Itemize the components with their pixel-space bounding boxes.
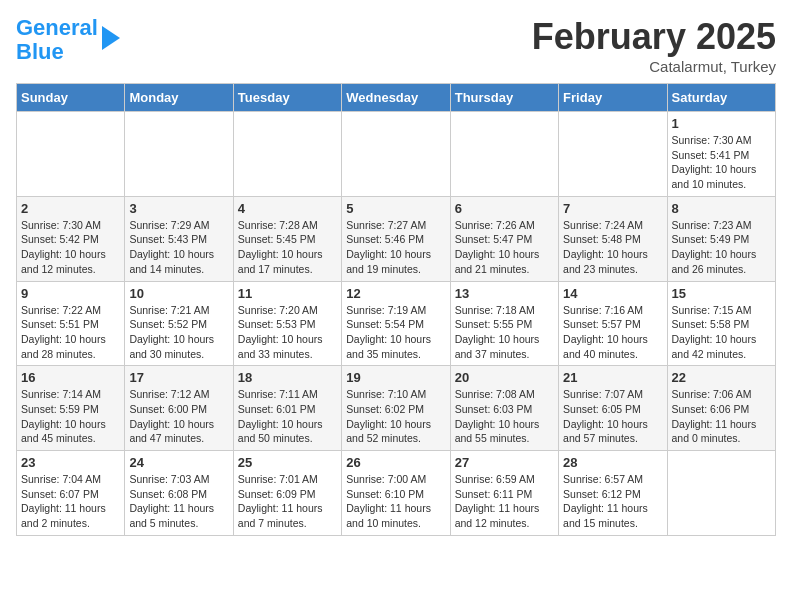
logo-arrow-icon <box>102 26 120 50</box>
day-info: Sunrise: 7:04 AM Sunset: 6:07 PM Dayligh… <box>21 472 120 531</box>
day-info: Sunrise: 7:06 AM Sunset: 6:06 PM Dayligh… <box>672 387 771 446</box>
calendar-cell <box>667 451 775 536</box>
calendar-cell: 6Sunrise: 7:26 AM Sunset: 5:47 PM Daylig… <box>450 196 558 281</box>
day-info: Sunrise: 7:18 AM Sunset: 5:55 PM Dayligh… <box>455 303 554 362</box>
calendar-cell: 12Sunrise: 7:19 AM Sunset: 5:54 PM Dayli… <box>342 281 450 366</box>
calendar-cell: 1Sunrise: 7:30 AM Sunset: 5:41 PM Daylig… <box>667 112 775 197</box>
calendar-cell: 15Sunrise: 7:15 AM Sunset: 5:58 PM Dayli… <box>667 281 775 366</box>
day-number: 1 <box>672 116 771 131</box>
calendar-cell: 7Sunrise: 7:24 AM Sunset: 5:48 PM Daylig… <box>559 196 667 281</box>
calendar-cell <box>342 112 450 197</box>
day-number: 23 <box>21 455 120 470</box>
day-number: 22 <box>672 370 771 385</box>
day-number: 4 <box>238 201 337 216</box>
calendar-cell: 9Sunrise: 7:22 AM Sunset: 5:51 PM Daylig… <box>17 281 125 366</box>
day-number: 24 <box>129 455 228 470</box>
day-number: 28 <box>563 455 662 470</box>
day-header-sunday: Sunday <box>17 84 125 112</box>
day-number: 8 <box>672 201 771 216</box>
day-number: 19 <box>346 370 445 385</box>
day-number: 5 <box>346 201 445 216</box>
week-row-5: 23Sunrise: 7:04 AM Sunset: 6:07 PM Dayli… <box>17 451 776 536</box>
calendar-cell: 10Sunrise: 7:21 AM Sunset: 5:52 PM Dayli… <box>125 281 233 366</box>
day-info: Sunrise: 7:20 AM Sunset: 5:53 PM Dayligh… <box>238 303 337 362</box>
calendar-cell: 3Sunrise: 7:29 AM Sunset: 5:43 PM Daylig… <box>125 196 233 281</box>
day-number: 25 <box>238 455 337 470</box>
calendar-cell: 11Sunrise: 7:20 AM Sunset: 5:53 PM Dayli… <box>233 281 341 366</box>
calendar-cell: 19Sunrise: 7:10 AM Sunset: 6:02 PM Dayli… <box>342 366 450 451</box>
day-number: 7 <box>563 201 662 216</box>
day-header-monday: Monday <box>125 84 233 112</box>
header-row: SundayMondayTuesdayWednesdayThursdayFrid… <box>17 84 776 112</box>
calendar-cell: 17Sunrise: 7:12 AM Sunset: 6:00 PM Dayli… <box>125 366 233 451</box>
day-info: Sunrise: 7:12 AM Sunset: 6:00 PM Dayligh… <box>129 387 228 446</box>
location-subtitle: Catalarmut, Turkey <box>532 58 776 75</box>
calendar-cell: 27Sunrise: 6:59 AM Sunset: 6:11 PM Dayli… <box>450 451 558 536</box>
day-info: Sunrise: 7:19 AM Sunset: 5:54 PM Dayligh… <box>346 303 445 362</box>
day-info: Sunrise: 7:07 AM Sunset: 6:05 PM Dayligh… <box>563 387 662 446</box>
day-info: Sunrise: 7:24 AM Sunset: 5:48 PM Dayligh… <box>563 218 662 277</box>
day-number: 6 <box>455 201 554 216</box>
day-number: 18 <box>238 370 337 385</box>
calendar-cell: 25Sunrise: 7:01 AM Sunset: 6:09 PM Dayli… <box>233 451 341 536</box>
week-row-2: 2Sunrise: 7:30 AM Sunset: 5:42 PM Daylig… <box>17 196 776 281</box>
day-info: Sunrise: 7:15 AM Sunset: 5:58 PM Dayligh… <box>672 303 771 362</box>
calendar-cell <box>450 112 558 197</box>
day-info: Sunrise: 7:10 AM Sunset: 6:02 PM Dayligh… <box>346 387 445 446</box>
day-info: Sunrise: 7:23 AM Sunset: 5:49 PM Dayligh… <box>672 218 771 277</box>
calendar-cell: 2Sunrise: 7:30 AM Sunset: 5:42 PM Daylig… <box>17 196 125 281</box>
day-info: Sunrise: 7:29 AM Sunset: 5:43 PM Dayligh… <box>129 218 228 277</box>
day-number: 11 <box>238 286 337 301</box>
day-number: 2 <box>21 201 120 216</box>
day-info: Sunrise: 7:26 AM Sunset: 5:47 PM Dayligh… <box>455 218 554 277</box>
day-number: 12 <box>346 286 445 301</box>
logo: GeneralBlue <box>16 16 120 64</box>
calendar-cell <box>233 112 341 197</box>
day-info: Sunrise: 7:08 AM Sunset: 6:03 PM Dayligh… <box>455 387 554 446</box>
calendar-cell: 8Sunrise: 7:23 AM Sunset: 5:49 PM Daylig… <box>667 196 775 281</box>
calendar-cell: 13Sunrise: 7:18 AM Sunset: 5:55 PM Dayli… <box>450 281 558 366</box>
day-info: Sunrise: 7:30 AM Sunset: 5:41 PM Dayligh… <box>672 133 771 192</box>
calendar-cell: 23Sunrise: 7:04 AM Sunset: 6:07 PM Dayli… <box>17 451 125 536</box>
logo-text: GeneralBlue <box>16 16 98 64</box>
day-info: Sunrise: 7:03 AM Sunset: 6:08 PM Dayligh… <box>129 472 228 531</box>
day-header-wednesday: Wednesday <box>342 84 450 112</box>
calendar-cell: 26Sunrise: 7:00 AM Sunset: 6:10 PM Dayli… <box>342 451 450 536</box>
calendar-cell: 4Sunrise: 7:28 AM Sunset: 5:45 PM Daylig… <box>233 196 341 281</box>
day-number: 20 <box>455 370 554 385</box>
day-info: Sunrise: 7:27 AM Sunset: 5:46 PM Dayligh… <box>346 218 445 277</box>
calendar-cell: 28Sunrise: 6:57 AM Sunset: 6:12 PM Dayli… <box>559 451 667 536</box>
page-header: GeneralBlue February 2025 Catalarmut, Tu… <box>16 16 776 75</box>
calendar-table: SundayMondayTuesdayWednesdayThursdayFrid… <box>16 83 776 536</box>
day-info: Sunrise: 6:57 AM Sunset: 6:12 PM Dayligh… <box>563 472 662 531</box>
calendar-cell: 22Sunrise: 7:06 AM Sunset: 6:06 PM Dayli… <box>667 366 775 451</box>
week-row-1: 1Sunrise: 7:30 AM Sunset: 5:41 PM Daylig… <box>17 112 776 197</box>
day-number: 17 <box>129 370 228 385</box>
day-header-tuesday: Tuesday <box>233 84 341 112</box>
day-number: 26 <box>346 455 445 470</box>
calendar-cell: 20Sunrise: 7:08 AM Sunset: 6:03 PM Dayli… <box>450 366 558 451</box>
calendar-cell: 16Sunrise: 7:14 AM Sunset: 5:59 PM Dayli… <box>17 366 125 451</box>
day-info: Sunrise: 7:28 AM Sunset: 5:45 PM Dayligh… <box>238 218 337 277</box>
calendar-cell: 14Sunrise: 7:16 AM Sunset: 5:57 PM Dayli… <box>559 281 667 366</box>
calendar-cell <box>559 112 667 197</box>
calendar-cell: 18Sunrise: 7:11 AM Sunset: 6:01 PM Dayli… <box>233 366 341 451</box>
day-info: Sunrise: 7:16 AM Sunset: 5:57 PM Dayligh… <box>563 303 662 362</box>
day-info: Sunrise: 7:21 AM Sunset: 5:52 PM Dayligh… <box>129 303 228 362</box>
calendar-cell: 5Sunrise: 7:27 AM Sunset: 5:46 PM Daylig… <box>342 196 450 281</box>
day-number: 10 <box>129 286 228 301</box>
day-number: 9 <box>21 286 120 301</box>
calendar-cell <box>17 112 125 197</box>
day-header-friday: Friday <box>559 84 667 112</box>
day-number: 14 <box>563 286 662 301</box>
day-info: Sunrise: 7:11 AM Sunset: 6:01 PM Dayligh… <box>238 387 337 446</box>
day-number: 21 <box>563 370 662 385</box>
day-info: Sunrise: 7:01 AM Sunset: 6:09 PM Dayligh… <box>238 472 337 531</box>
day-info: Sunrise: 6:59 AM Sunset: 6:11 PM Dayligh… <box>455 472 554 531</box>
week-row-3: 9Sunrise: 7:22 AM Sunset: 5:51 PM Daylig… <box>17 281 776 366</box>
day-number: 16 <box>21 370 120 385</box>
calendar-cell <box>125 112 233 197</box>
day-number: 13 <box>455 286 554 301</box>
day-number: 15 <box>672 286 771 301</box>
day-header-saturday: Saturday <box>667 84 775 112</box>
